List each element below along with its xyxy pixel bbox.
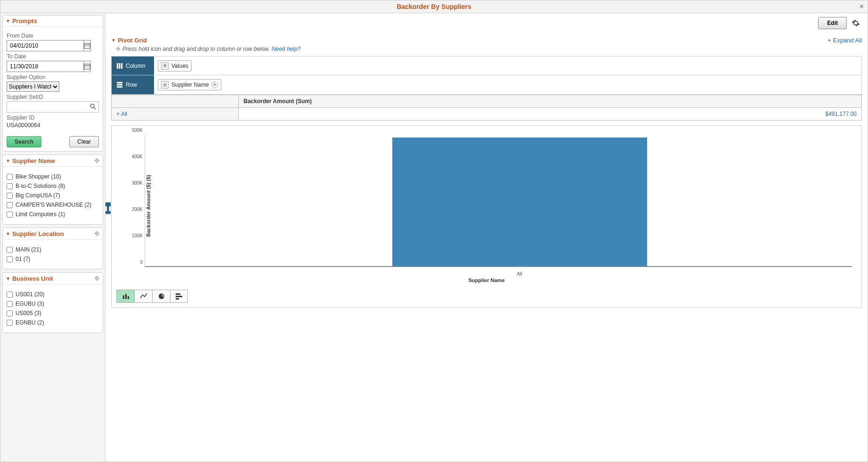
prompts-title: Prompts <box>12 17 100 24</box>
facet-checkbox[interactable] <box>7 183 13 189</box>
drag-icon: ✥ <box>116 46 121 52</box>
pivot-grid-title[interactable]: ▼ Pivot Grid <box>111 37 147 44</box>
drag-handle-icon[interactable]: ✥ <box>161 62 169 70</box>
from-date-input[interactable] <box>7 40 83 51</box>
facet-label: Big CompUSA (7) <box>16 192 60 199</box>
search-icon[interactable] <box>89 103 96 111</box>
facet-item[interactable]: Bike Shopper (10) <box>7 173 99 180</box>
supplier-name-header[interactable]: ▼ Supplier Name ✥ <box>3 155 103 167</box>
drag-handle-icon[interactable]: ✥ <box>161 81 169 89</box>
pie-chart-button[interactable] <box>152 290 170 303</box>
remove-chip-icon[interactable]: ✕ <box>211 81 218 88</box>
column-icon <box>116 63 123 69</box>
y-tick: 200K <box>132 207 143 212</box>
pivot-hint: ✥ Press hold icon and drag and drop to c… <box>116 46 862 52</box>
collapse-icon: ▼ <box>6 158 10 163</box>
pivot-col-header: Backorder Amount (Sum) <box>239 95 862 108</box>
sidebar-collapse-handle[interactable]: ❚❚ <box>105 202 112 215</box>
supplier-name-body: Bike Shopper (10) B-to-C Solutions (8) B… <box>3 167 103 224</box>
facet-label: US005 (3) <box>16 310 41 316</box>
supplier-location-header[interactable]: ▼ Supplier Location ✥ <box>3 228 103 240</box>
drag-icon[interactable]: ✥ <box>94 275 100 282</box>
from-date-label: From Date <box>7 32 99 39</box>
facet-label: US001 (20) <box>16 291 44 298</box>
prompts-panel: ▼ Prompts From Date To Date <box>2 15 103 152</box>
collapse-icon: ▼ <box>6 276 10 281</box>
facet-checkbox[interactable] <box>7 174 13 180</box>
facet-checkbox[interactable] <box>7 301 13 307</box>
line-chart-button[interactable] <box>134 290 152 303</box>
main-layout: ▼ Prompts From Date To Date <box>0 13 868 462</box>
y-tick: 400K <box>132 154 143 159</box>
edit-button[interactable]: Edit <box>818 17 847 29</box>
supplier-name-facet: ▼ Supplier Name ✥ Bike Shopper (10) B-to… <box>2 154 103 225</box>
chart-toolbar <box>116 290 857 303</box>
svg-rect-17 <box>117 86 122 88</box>
svg-rect-24 <box>176 298 179 300</box>
supplier-setid-input[interactable] <box>7 101 99 113</box>
main-toolbar: Edit <box>111 17 862 29</box>
close-icon[interactable]: × <box>860 2 864 11</box>
chart-bar[interactable] <box>392 138 647 266</box>
supplier-setid-label: Supplier SetID <box>7 94 99 100</box>
to-date-input[interactable] <box>7 61 83 72</box>
facet-item[interactable]: Limit Computers (1) <box>7 211 99 218</box>
facet-item[interactable]: 01 (7) <box>7 256 99 262</box>
svg-line-11 <box>94 107 96 109</box>
calendar-icon[interactable] <box>83 40 91 51</box>
horizontal-bar-button[interactable] <box>170 290 188 303</box>
search-button[interactable]: Search <box>7 136 41 147</box>
drag-icon[interactable]: ✥ <box>94 157 100 164</box>
drag-icon[interactable]: ✥ <box>94 230 100 237</box>
clear-button[interactable]: Clear <box>69 136 99 147</box>
facet-item[interactable]: Big CompUSA (7) <box>7 192 99 199</box>
facet-checkbox[interactable] <box>7 193 13 199</box>
facet-item[interactable]: US005 (3) <box>7 310 99 316</box>
facet-item[interactable]: US001 (20) <box>7 291 99 298</box>
need-help-link[interactable]: Need help? <box>272 46 300 52</box>
pivot-total-cell[interactable]: $491,177.00 <box>239 108 862 121</box>
svg-rect-19 <box>125 294 127 299</box>
sidebar: ▼ Prompts From Date To Date <box>0 13 105 462</box>
svg-point-9 <box>88 66 89 67</box>
svg-rect-15 <box>117 82 122 83</box>
business-unit-title: Business Unit <box>12 275 94 282</box>
facet-item[interactable]: CAMPER'S WAREHOUSE (2) <box>7 202 99 208</box>
to-date-label: To Date <box>7 53 99 60</box>
svg-point-10 <box>90 104 94 108</box>
expand-all-link[interactable]: + Expand All <box>827 37 862 44</box>
facet-checkbox[interactable] <box>7 310 13 316</box>
business-unit-facet: ▼ Business Unit ✥ US001 (20) EGUBU (3) U… <box>2 272 103 333</box>
facet-item[interactable]: EGNBU (2) <box>7 319 99 326</box>
bar-chart-button[interactable] <box>116 290 134 303</box>
facet-item[interactable]: B-to-C Solutions (8) <box>7 183 99 189</box>
x-tick: All <box>517 271 522 276</box>
pivot-corner-cell <box>112 95 239 108</box>
svg-rect-13 <box>119 63 121 69</box>
supplier-option-select[interactable]: Suppliers I Watch <box>7 81 59 92</box>
facet-checkbox[interactable] <box>7 292 13 298</box>
pivot-row-all[interactable]: + All <box>112 108 239 121</box>
svg-rect-14 <box>121 63 122 69</box>
facet-checkbox[interactable] <box>7 202 13 208</box>
supplier-name-chip[interactable]: ✥ Supplier Name ✕ <box>158 79 221 90</box>
facet-checkbox[interactable] <box>7 211 13 218</box>
business-unit-body: US001 (20) EGUBU (3) US005 (3) EGNBU (2) <box>3 284 103 332</box>
column-chip-zone[interactable]: ✥ Values <box>154 60 195 72</box>
facet-item[interactable]: EGUBU (3) <box>7 300 99 307</box>
collapse-icon: ▼ <box>6 18 10 24</box>
facet-item[interactable]: MAIN (21) <box>7 246 99 253</box>
facet-checkbox[interactable] <box>7 256 13 262</box>
supplier-location-body: MAIN (21) 01 (7) <box>3 240 103 269</box>
values-chip[interactable]: ✥ Values <box>158 60 192 72</box>
facet-checkbox[interactable] <box>7 247 13 253</box>
gear-icon[interactable] <box>850 17 862 29</box>
facet-checkbox[interactable] <box>7 320 13 326</box>
prompts-header[interactable]: ▼ Prompts <box>3 16 103 27</box>
row-chip-zone[interactable]: ✥ Supplier Name ✕ <box>154 79 225 90</box>
prompts-body: From Date To Date Supplier Option S <box>3 27 103 151</box>
calendar-icon[interactable] <box>83 61 91 72</box>
svg-rect-12 <box>117 63 118 69</box>
pivot-section: ▼ Pivot Grid + Expand All ✥ Press hold i… <box>111 37 862 121</box>
business-unit-header[interactable]: ▼ Business Unit ✥ <box>3 273 103 284</box>
